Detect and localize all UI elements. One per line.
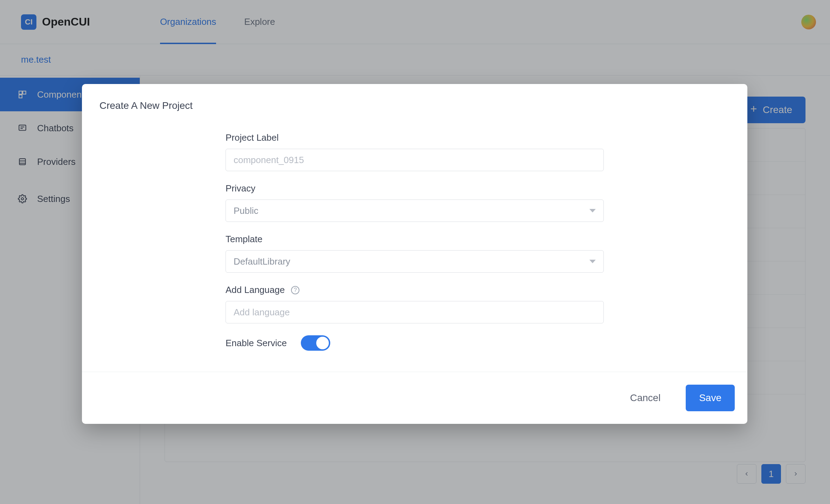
add-language-label-row: Add Language ? bbox=[226, 285, 604, 295]
save-button[interactable]: Save bbox=[686, 385, 735, 411]
template-select[interactable]: DefaultLibrary bbox=[226, 250, 604, 273]
add-language-input[interactable] bbox=[234, 301, 596, 323]
help-icon[interactable]: ? bbox=[291, 286, 299, 294]
enable-service-label: Enable Service bbox=[226, 338, 287, 349]
project-label-input-wrapper bbox=[226, 149, 604, 171]
chevron-down-icon bbox=[589, 260, 596, 263]
field-add-language: Add Language ? bbox=[226, 285, 604, 323]
add-language-label: Add Language bbox=[226, 285, 285, 295]
create-project-modal: Create A New Project Project Label Priva… bbox=[82, 84, 747, 424]
privacy-select-value: Public bbox=[234, 205, 258, 216]
add-language-input-wrapper bbox=[226, 301, 604, 323]
privacy-select[interactable]: Public bbox=[226, 200, 604, 222]
modal-title: Create A New Project bbox=[82, 84, 747, 125]
template-label: Template bbox=[226, 234, 604, 245]
field-enable-service: Enable Service bbox=[226, 335, 604, 351]
field-project-label: Project Label bbox=[226, 132, 604, 171]
enable-service-toggle[interactable] bbox=[301, 335, 330, 351]
modal-footer: Cancel Save bbox=[82, 372, 747, 424]
privacy-label: Privacy bbox=[226, 183, 604, 194]
cancel-button[interactable]: Cancel bbox=[617, 385, 674, 411]
project-label-input[interactable] bbox=[234, 149, 596, 171]
template-select-value: DefaultLibrary bbox=[234, 256, 290, 267]
chevron-down-icon bbox=[589, 209, 596, 212]
modal-body: Project Label Privacy Public Template De… bbox=[82, 125, 747, 372]
field-privacy: Privacy Public bbox=[226, 183, 604, 222]
field-template: Template DefaultLibrary bbox=[226, 234, 604, 273]
project-label-label: Project Label bbox=[226, 132, 604, 143]
